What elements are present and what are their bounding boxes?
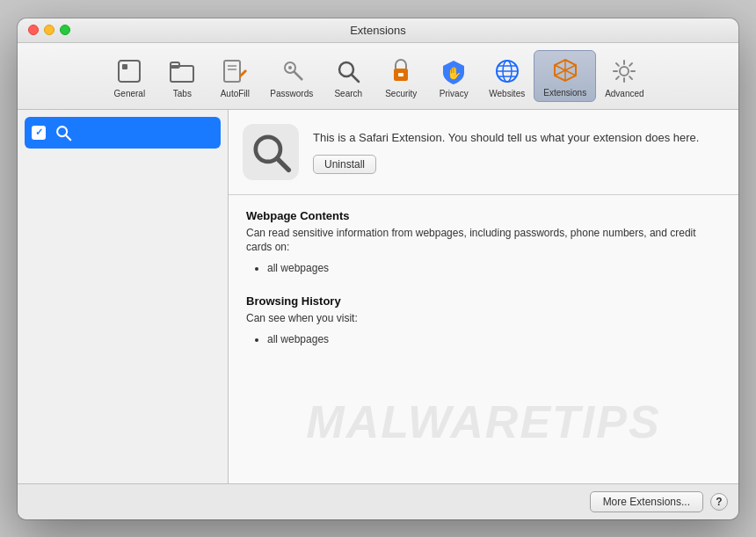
maximize-button[interactable] (60, 25, 70, 35)
svg-text:✋: ✋ (447, 66, 462, 81)
close-button[interactable] (28, 25, 39, 35)
svg-line-8 (294, 71, 302, 80)
autofill-icon (219, 55, 251, 87)
search-label: Search (334, 89, 362, 98)
window-controls (28, 25, 70, 35)
browsing-history-title: Browsing History (246, 294, 721, 308)
general-icon (113, 55, 145, 87)
extensions-icon (549, 54, 581, 86)
svg-rect-4 (224, 61, 240, 82)
privacy-icon: ✋ (438, 55, 469, 87)
search-ext-icon (53, 122, 74, 143)
advanced-label: Advanced (605, 89, 643, 98)
svg-line-11 (352, 75, 359, 82)
permission-group-webpage: Webpage Contents Can read sensitive info… (246, 209, 721, 278)
main-content: ✓ MALWARETIPS (18, 110, 738, 483)
browsing-history-item-1: all webpages (267, 331, 721, 348)
more-extensions-button[interactable]: More Extensions... (590, 491, 703, 512)
sidebar-item-search-ext[interactable]: ✓ (25, 117, 221, 149)
titlebar: Extensions (18, 18, 738, 43)
content-panel: MALWARETIPS This is a Safari Extension. … (229, 110, 738, 483)
webpage-contents-list: all webpages (246, 260, 721, 277)
svg-rect-13 (398, 73, 403, 76)
svg-line-28 (278, 158, 289, 170)
security-label: Security (385, 89, 417, 98)
extension-checkbox[interactable]: ✓ (32, 126, 46, 140)
svg-rect-0 (119, 61, 140, 82)
uninstall-button[interactable]: Uninstall (313, 155, 376, 174)
tabs-label: Tabs (173, 89, 192, 98)
toolbar-item-search[interactable]: Search (322, 52, 374, 102)
bottom-bar: More Extensions... ? (18, 483, 738, 519)
browsing-history-description: Can see when you visit: (246, 311, 721, 326)
svg-point-24 (620, 67, 629, 76)
toolbar-item-extensions[interactable]: Extensions (534, 50, 596, 102)
websites-label: Websites (489, 89, 525, 98)
passwords-icon (276, 55, 308, 87)
webpage-contents-title: Webpage Contents (246, 209, 721, 222)
svg-line-26 (66, 134, 71, 140)
toolbar-item-websites[interactable]: Websites (480, 52, 534, 102)
sidebar: ✓ (18, 110, 229, 483)
advanced-icon (608, 55, 640, 87)
extension-icon (243, 124, 299, 180)
toolbar-item-security[interactable]: Security (374, 52, 427, 102)
toolbar-item-tabs[interactable]: Tabs (156, 52, 208, 102)
webpage-contents-item-1: all webpages (267, 260, 721, 277)
toolbar-item-general[interactable]: General (103, 52, 156, 102)
svg-point-9 (288, 66, 292, 69)
extension-info-section: This is a Safari Extension. You should t… (229, 110, 738, 195)
browsing-history-list: all webpages (246, 331, 721, 348)
extension-details: This is a Safari Extension. You should t… (313, 129, 724, 175)
websites-icon (491, 55, 523, 87)
privacy-label: Privacy (440, 89, 469, 98)
toolbar-item-autofill[interactable]: AutoFill (208, 52, 261, 102)
permission-group-history: Browsing History Can see when you visit:… (246, 294, 721, 348)
passwords-label: Passwords (270, 89, 313, 98)
svg-rect-1 (122, 64, 127, 69)
general-label: General (114, 89, 146, 98)
extensions-label: Extensions (543, 88, 586, 98)
minimize-button[interactable] (44, 25, 55, 35)
toolbar-items: General Tabs (103, 50, 652, 102)
toolbar: General Tabs (18, 43, 738, 110)
permissions-section: Webpage Contents Can read sensitive info… (229, 195, 738, 483)
help-button[interactable]: ? (710, 493, 728, 511)
security-icon (385, 55, 417, 87)
extension-description: This is a Safari Extension. You should t… (313, 129, 724, 147)
autofill-label: AutoFill (221, 89, 250, 98)
tabs-icon (166, 55, 198, 87)
toolbar-item-advanced[interactable]: Advanced (596, 52, 652, 102)
search-toolbar-icon (332, 55, 364, 87)
webpage-contents-description: Can read sensitive information from webp… (246, 226, 721, 256)
toolbar-item-passwords[interactable]: Passwords (261, 52, 322, 102)
window-title: Extensions (350, 24, 406, 37)
toolbar-item-privacy[interactable]: ✋ Privacy (427, 52, 480, 102)
checkmark-icon: ✓ (35, 127, 43, 137)
main-window: Extensions General (18, 18, 738, 519)
